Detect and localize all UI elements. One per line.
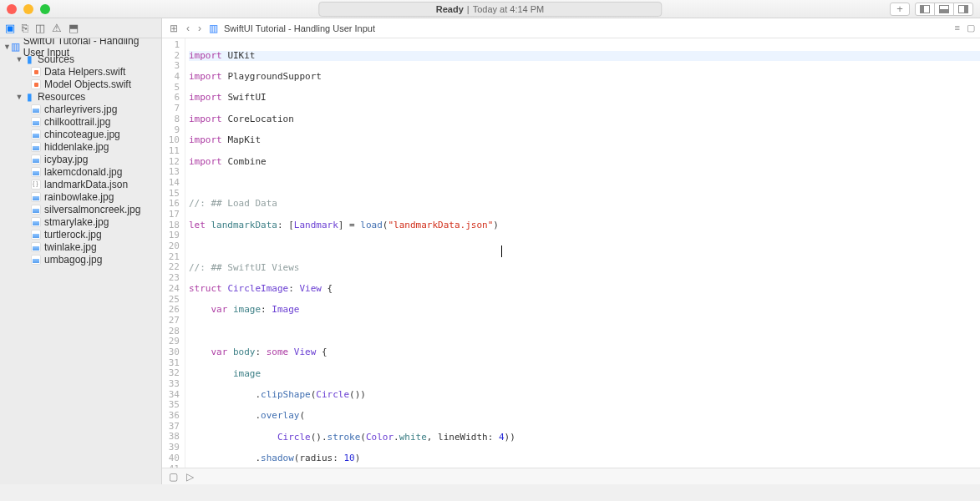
tree-label: Data Helpers.swift xyxy=(44,66,125,78)
nav-forward-icon[interactable]: › xyxy=(195,23,204,34)
toggle-console-icon[interactable]: ▢ xyxy=(169,471,178,483)
image-file-icon xyxy=(30,254,42,266)
status-sep: | xyxy=(467,4,470,14)
tree-file[interactable]: Model Objects.swift xyxy=(0,78,161,90)
tree-file[interactable]: umbagog.jpg xyxy=(0,253,161,266)
tree-file[interactable]: icybay.jpg xyxy=(0,153,161,165)
tree-file[interactable]: rainbowlake.jpg xyxy=(0,190,161,203)
image-file-icon xyxy=(30,129,42,140)
image-file-icon xyxy=(30,229,42,240)
tree-label: stmarylake.jpg xyxy=(44,216,109,228)
tree-label: landmarkData.json xyxy=(44,179,128,190)
status-ready: Ready xyxy=(436,4,464,14)
find-navigator-icon[interactable]: ⚠ xyxy=(52,22,62,34)
image-file-icon xyxy=(30,104,42,115)
line-gutter: 1234567891011121314151617181920212223242… xyxy=(162,38,185,468)
tree-label: Sources xyxy=(38,53,74,65)
tree-file[interactable]: landmarkData.json xyxy=(0,178,161,190)
tree-label: chincoteague.jpg xyxy=(44,129,120,140)
tree-file[interactable]: lakemcdonald.jpg xyxy=(0,165,161,178)
tree-label: lakemcdonald.jpg xyxy=(44,166,122,178)
panel-left-icon xyxy=(920,5,930,13)
image-file-icon xyxy=(30,141,42,153)
disclosure-icon[interactable]: ▼ xyxy=(15,93,23,101)
tree-label: umbagog.jpg xyxy=(44,254,102,266)
maximize-button[interactable] xyxy=(40,4,50,14)
minimize-button[interactable] xyxy=(23,4,33,14)
image-file-icon xyxy=(30,191,42,203)
tree-file[interactable]: twinlake.jpg xyxy=(0,240,161,253)
playground-icon: ▥ xyxy=(207,23,219,34)
image-file-icon xyxy=(30,166,42,178)
editor-area: ⊞ ‹ › ▥ SwiftUI Tutorial - Handling User… xyxy=(162,18,980,484)
image-file-icon xyxy=(30,116,42,128)
toggle-right-panel-button[interactable] xyxy=(953,3,973,16)
panel-right-icon xyxy=(958,5,968,13)
tree-label: icybay.jpg xyxy=(44,154,88,165)
panel-bottom-icon xyxy=(939,5,949,13)
jump-bar: ⊞ ‹ › ▥ SwiftUI Tutorial - Handling User… xyxy=(162,18,980,38)
tree-folder-resources[interactable]: ▼▮Resources xyxy=(0,90,161,103)
status-time: Today at 4:14 PM xyxy=(473,4,545,14)
file-tree: ▼▥SwiftUI Tutorial - Handling User Input… xyxy=(0,38,161,484)
tree-label: Resources xyxy=(38,91,85,103)
folder-icon: ▮ xyxy=(23,53,35,65)
tree-file[interactable]: hiddenlake.jpg xyxy=(0,140,161,153)
tree-file[interactable]: charleyrivers.jpg xyxy=(0,103,161,115)
toggle-left-panel-button[interactable] xyxy=(915,3,935,16)
image-file-icon xyxy=(30,216,42,228)
navigator-sidebar: ▣ ⎘ ◫ ⚠ ⬒ ▼▥SwiftUI Tutorial - Handling … xyxy=(0,18,162,484)
code-editor[interactable]: 1234567891011121314151617181920212223242… xyxy=(162,38,980,468)
editor-options-icon[interactable]: ≡ xyxy=(955,23,960,33)
tree-file[interactable]: chilkoottrail.jpg xyxy=(0,115,161,128)
tree-file[interactable]: stmarylake.jpg xyxy=(0,215,161,228)
tree-label: Model Objects.swift xyxy=(44,78,131,90)
playground-icon: ▥ xyxy=(11,41,21,53)
folder-icon: ▮ xyxy=(23,91,35,103)
adjust-editor-icon[interactable]: ▢ xyxy=(967,23,975,33)
image-file-icon xyxy=(30,241,42,253)
titlebar: Ready | Today at 4:14 PM + xyxy=(0,0,980,18)
toggle-bottom-panel-button[interactable] xyxy=(934,3,954,16)
tree-label: charleyrivers.jpg xyxy=(44,104,117,115)
traffic-lights xyxy=(7,4,50,14)
status-pill[interactable]: Ready | Today at 4:14 PM xyxy=(318,2,663,17)
nav-back-icon[interactable]: ‹ xyxy=(184,23,192,34)
breadcrumb-label: SwiftUI Tutorial - Handling User Input xyxy=(224,23,375,33)
tree-file[interactable]: silversalmoncreek.jpg xyxy=(0,203,161,215)
debug-navigator-icon[interactable]: ⬒ xyxy=(69,22,79,34)
code-content[interactable]: import UIKit import PlaygroundSupport im… xyxy=(185,38,980,468)
tree-root[interactable]: ▼▥SwiftUI Tutorial - Handling User Input xyxy=(0,40,161,53)
close-button[interactable] xyxy=(7,4,17,14)
tree-label: chilkoottrail.jpg xyxy=(44,116,110,128)
disclosure-icon[interactable]: ▼ xyxy=(15,55,23,63)
related-items-icon[interactable]: ⊞ xyxy=(167,23,180,34)
tree-label: rainbowlake.jpg xyxy=(44,191,114,203)
breadcrumb-path[interactable]: ▥ SwiftUI Tutorial - Handling User Input xyxy=(207,23,375,34)
tree-file[interactable]: Data Helpers.swift xyxy=(0,65,161,78)
json-file-icon xyxy=(30,179,42,190)
add-tab-button[interactable]: + xyxy=(890,3,910,16)
source-control-icon[interactable]: ⎘ xyxy=(22,22,28,34)
navigator-toolbar: ▣ ⎘ ◫ ⚠ ⬒ xyxy=(0,18,161,38)
tree-label: twinlake.jpg xyxy=(44,241,97,253)
symbol-navigator-icon[interactable]: ◫ xyxy=(35,22,45,34)
tree-label: silversalmoncreek.jpg xyxy=(44,204,140,215)
tree-label: hiddenlake.jpg xyxy=(44,141,109,153)
swift-file-icon xyxy=(30,78,42,90)
run-playground-icon[interactable]: ▷ xyxy=(186,471,194,483)
tree-file[interactable]: turtlerock.jpg xyxy=(0,228,161,240)
disclosure-icon[interactable]: ▼ xyxy=(3,43,11,51)
image-file-icon xyxy=(30,204,42,215)
tree-label: turtlerock.jpg xyxy=(44,229,102,240)
image-file-icon xyxy=(30,154,42,165)
project-navigator-icon[interactable]: ▣ xyxy=(5,22,15,34)
debug-bar: ▢ ▷ xyxy=(162,468,980,484)
text-cursor xyxy=(501,245,502,257)
swift-file-icon xyxy=(30,66,42,78)
tree-file[interactable]: chincoteague.jpg xyxy=(0,128,161,140)
